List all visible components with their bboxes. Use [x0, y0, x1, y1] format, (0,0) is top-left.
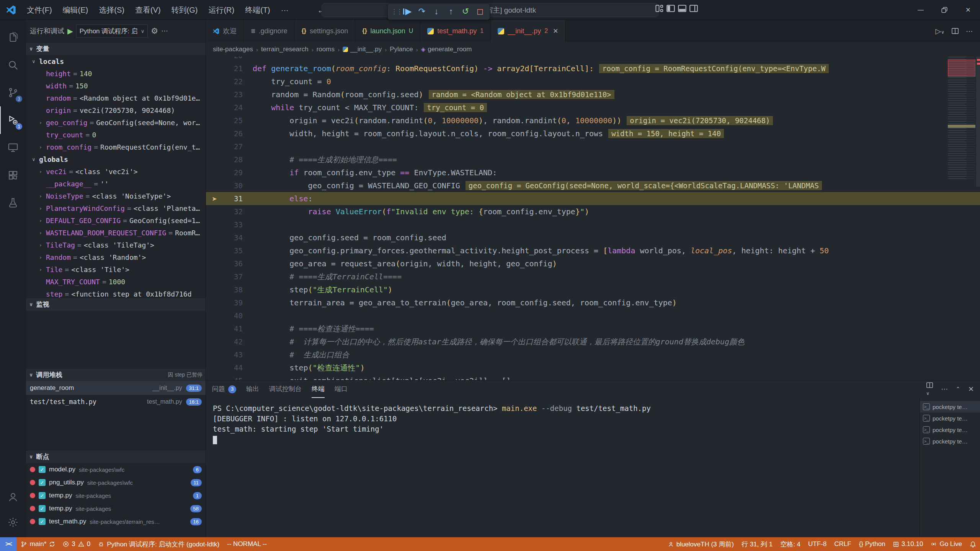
breakpoint-checkbox[interactable]: ✓	[39, 505, 46, 512]
menu-item-8[interactable]: ···	[276, 6, 294, 14]
terminal-instance[interactable]: >_pocketpy te…	[920, 424, 980, 435]
watch-section-header[interactable]: ∨ 监视	[26, 298, 206, 311]
breakpoints-section-header[interactable]: ∨ 断点	[26, 450, 206, 463]
menu-item-1[interactable]: 文件(F)	[21, 6, 57, 14]
split-terminal-button[interactable]: ∨	[926, 381, 933, 397]
terminal-output[interactable]: PS C:\computer_science\godot-ldtk\site-p…	[206, 398, 920, 537]
breakpoint-checkbox[interactable]: ✓	[39, 518, 46, 525]
variable-row[interactable]: width=150	[26, 80, 206, 92]
panel-tab-终端[interactable]: 终端	[312, 380, 325, 398]
run-python-file-button[interactable]: ▷∨	[936, 27, 944, 36]
status-right-8[interactable]: Go Live	[927, 537, 966, 551]
breadcrumb-item[interactable]: rooms	[317, 46, 335, 53]
breakpoint-row[interactable]: ✓test_math.pysite-packages\terrain_res…1…	[26, 515, 206, 528]
variable-row[interactable]: ›DEFAULT_GEO_CONFIG=GeoConfig(seed=1…	[26, 214, 206, 227]
variable-row[interactable]: ›vec2i=<class 'vec2i'>	[26, 165, 206, 178]
panel-tab-调试控制台[interactable]: 调试控制台	[269, 380, 302, 398]
close-window-button[interactable]: ×	[956, 0, 980, 20]
restart-button[interactable]: ↺	[459, 5, 472, 18]
status-left-3[interactable]: 30	[59, 537, 94, 551]
variable-row[interactable]: ›geo_config=GeoConfig(seed=None, wor…	[26, 116, 206, 129]
breadcrumb-item[interactable]: ◈generate_room	[421, 46, 472, 53]
search-icon[interactable]	[0, 51, 26, 79]
status-right-1[interactable]: blueloveTH (3 周前)	[664, 537, 738, 551]
variable-row[interactable]: ›Random=<class 'Random'>	[26, 251, 206, 263]
variable-row[interactable]: ›NoiseType=<class 'NoiseType'>	[26, 190, 206, 202]
variable-row[interactable]: random=<Random object at 0x1bf9d01e…	[26, 92, 206, 104]
stop-button[interactable]: ◻	[474, 5, 487, 18]
callstack-frame[interactable]: generate_room__init__.py31:1	[26, 381, 206, 395]
restore-button[interactable]	[933, 0, 956, 20]
variables-group-row[interactable]: ∨locals	[26, 55, 206, 67]
variable-row[interactable]: step=<function step at 0x1bf8d716d	[26, 288, 206, 298]
status-right-3[interactable]: 空格: 4	[776, 537, 804, 551]
status-left-1[interactable]: ><	[0, 537, 17, 551]
explorer-icon[interactable]	[0, 24, 26, 51]
breakpoint-row[interactable]: ✓model.pysite-packages\wfc6	[26, 463, 206, 476]
panel-tab-输出[interactable]: 输出	[246, 380, 259, 398]
panel-tab-端口[interactable]: 端口	[335, 380, 348, 398]
tab-initpy[interactable]: __init__.py2✕	[491, 20, 565, 42]
start-debug-icon[interactable]: ▶	[67, 27, 73, 36]
callstack-frame[interactable]: test/test_math.pytest_math.py16:1	[26, 395, 206, 409]
variable-row[interactable]: ›PlanetaryWindConfig=<class 'Planeta…	[26, 202, 206, 214]
variable-row[interactable]: ›room_config=RoomRequestConfig(env_t…	[26, 141, 206, 153]
more-actions-icon[interactable]: ⋯	[161, 27, 168, 35]
breakpoint-row[interactable]: ✓temp.pysite-packages1	[26, 489, 206, 502]
variable-row[interactable]: ›Tile=<class 'Tile'>	[26, 263, 206, 276]
variable-row[interactable]: origin=vec2i(7205730, 9024468)	[26, 104, 206, 116]
status-left-4[interactable]: Python 调试程序: 启动文件 (godot-ldtk)	[94, 537, 223, 551]
remote-explorer-icon[interactable]	[0, 134, 26, 161]
more-actions-icon[interactable]: ⋯	[966, 27, 973, 36]
terminal-instance[interactable]: >_pocketpy te…	[920, 401, 980, 412]
editor-scrollbar[interactable]	[976, 57, 980, 380]
variable-row[interactable]: try_count=0	[26, 129, 206, 141]
continue-button[interactable]: ▶	[401, 5, 414, 18]
testing-icon[interactable]	[0, 189, 26, 217]
menu-item-6[interactable]: 运行(R)	[203, 6, 240, 14]
code-editor[interactable]: 2021def generate_room(room_config: RoomR…	[206, 57, 980, 380]
breakpoint-row[interactable]: ✓temp.pysite-packages58	[26, 502, 206, 515]
customize-layout-icon[interactable]	[655, 4, 664, 13]
status-right-2[interactable]: 行 31, 列 1	[738, 537, 776, 551]
close-tab-icon[interactable]: ✕	[553, 27, 558, 35]
callstack-section-header[interactable]: ∨ 调用堆栈 因 step 已暂停	[26, 368, 206, 381]
tab-testmathpy[interactable]: test_math.py1	[420, 20, 491, 42]
breadcrumb-item[interactable]: terrain_research	[261, 46, 309, 53]
status-right-9[interactable]	[966, 537, 980, 551]
extensions-icon[interactable]	[0, 161, 26, 189]
terminal-instance[interactable]: >_pocketpy te…	[920, 412, 980, 424]
drag-handle-icon[interactable]: ⋮⋮	[391, 8, 399, 16]
status-left-2[interactable]: main*	[17, 537, 59, 551]
menu-item-2[interactable]: 编辑(E)	[57, 6, 94, 14]
status-right-5[interactable]: CRLF	[830, 537, 855, 551]
gear-icon[interactable]: ⚙	[151, 26, 158, 36]
maximize-panel-icon[interactable]: ⌃	[956, 386, 960, 393]
minimize-button[interactable]: —	[909, 0, 933, 20]
variables-group-row[interactable]: ∨globals	[26, 153, 206, 165]
variable-row[interactable]: height=140	[26, 67, 206, 80]
status-left-5[interactable]: -- NORMAL --	[223, 537, 271, 551]
menu-item-4[interactable]: 查看(V)	[130, 6, 166, 14]
menu-item-5[interactable]: 转到(G)	[166, 6, 203, 14]
run-and-debug-icon[interactable]: 1	[0, 106, 26, 134]
variable-row[interactable]: __package__=''	[26, 178, 206, 190]
tab-settingsjson[interactable]: {}settings.json	[295, 20, 356, 42]
status-right-7[interactable]: 3.10.10	[889, 537, 927, 551]
split-editor-button[interactable]	[951, 27, 959, 35]
breakpoint-checkbox[interactable]: ✓	[39, 492, 46, 499]
breadcrumb-item[interactable]: __init__.py	[343, 46, 382, 53]
terminal-instance[interactable]: >_pocketpy te…	[920, 435, 980, 447]
debug-config-select[interactable]: Python 调试程序: 启 ∨	[76, 24, 148, 37]
panel-tab-问题[interactable]: 问题3	[212, 380, 236, 398]
tab-gdignore[interactable]: ≣.gdignore	[244, 20, 295, 42]
breakpoint-checkbox[interactable]: ✓	[39, 466, 46, 473]
breakpoint-checkbox[interactable]: ✓	[39, 479, 46, 486]
menu-item-3[interactable]: 选择(S)	[93, 6, 130, 14]
variable-row[interactable]: ›WASTELAND_ROOM_REQUEST_CONFIG=RoomR…	[26, 227, 206, 239]
source-control-icon[interactable]: 3	[0, 79, 26, 106]
more-actions-icon[interactable]: ⋯	[941, 385, 948, 393]
close-panel-icon[interactable]: ✕	[968, 385, 974, 393]
tab-launchjson[interactable]: {}launch.jsonU	[355, 20, 420, 42]
step-into-button[interactable]: ↓	[430, 5, 443, 18]
